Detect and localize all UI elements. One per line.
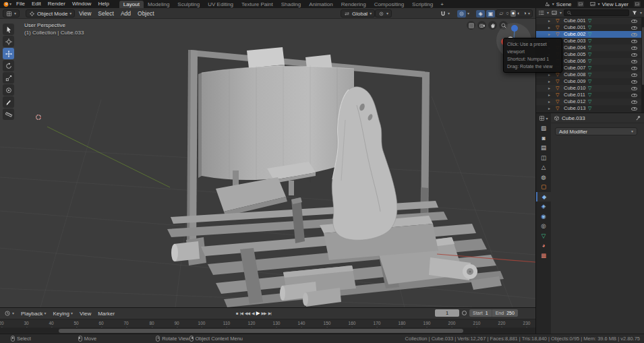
viewport[interactable]: User Perspective (1) Collection | Cube.0… [0, 19, 535, 307]
view-layer-selector[interactable]: ▾ View Layer [587, 1, 631, 8]
outliner-row[interactable]: ▸ ▽ Cube.010 ▽ [536, 85, 641, 92]
timeline-editor-icon[interactable]: ▾ [4, 310, 14, 317]
tool-transform[interactable] [3, 84, 14, 96]
transform-orientation-dropdown[interactable]: Global ▾ [341, 9, 375, 18]
properties-tab[interactable]: ◍ [536, 173, 551, 183]
expand-arrow-icon[interactable]: ▸ [548, 105, 550, 112]
new-view-layer-button[interactable] [633, 1, 641, 7]
autokey-button[interactable]: ■ [236, 309, 238, 317]
object-name[interactable]: Cube.004 [564, 44, 586, 51]
object-name[interactable]: Cube.007 [564, 65, 586, 71]
current-frame-field[interactable]: 1 [435, 309, 459, 317]
workspace-tab[interactable]: Animation [305, 1, 337, 8]
workspace-tab[interactable]: UV Editing [204, 1, 237, 8]
properties-tab[interactable]: △ [536, 162, 551, 173]
properties-tab[interactable]: ◉ [536, 212, 551, 222]
workspace-tab[interactable]: Layout [119, 1, 144, 8]
shading-solid[interactable]: ● [510, 10, 516, 17]
outliner-row[interactable]: ▸ ▽ Cube.009 ▽ [536, 78, 641, 85]
workspace-tab[interactable]: Shading [277, 1, 305, 8]
timeline-menu[interactable]: Keying ▾ [50, 311, 76, 317]
expand-arrow-icon[interactable]: ▸ [548, 31, 550, 38]
breadcrumb-object-name[interactable]: Cube.033 [562, 115, 585, 121]
workspace-tab[interactable]: Scripting [408, 1, 437, 8]
expand-arrow-icon[interactable]: ▸ [548, 92, 550, 98]
outliner-scrollbar[interactable] [641, 18, 644, 113]
object-name[interactable]: Cube.011 [564, 92, 585, 98]
toggle-projection-button[interactable] [467, 21, 475, 30]
outliner-row[interactable]: ▸ ▽ Cube.001 ▽ [536, 24, 641, 31]
3d-scene[interactable] [0, 19, 535, 307]
workspace-tab[interactable]: Modeling [144, 1, 173, 8]
topbar-menu[interactable]: Render [45, 1, 69, 7]
end-frame-field[interactable]: End250 [492, 309, 518, 317]
xray-toggle[interactable]: ▱ [498, 10, 504, 17]
properties-editor-icon[interactable]: ▾ [536, 113, 551, 123]
eye-icon[interactable] [631, 26, 637, 30]
tool-annotate[interactable] [3, 96, 14, 108]
workspace-tab[interactable]: Sculpting [173, 1, 204, 8]
properties-tab[interactable]: ▢ [536, 182, 551, 192]
outliner-row[interactable]: ▸ ▽ Cube.013 ▽ [536, 105, 641, 112]
eye-icon[interactable] [631, 107, 637, 111]
keying-set-icon[interactable] [462, 311, 467, 315]
prev-keyframe-button[interactable]: ◀◀ [245, 309, 250, 317]
expand-arrow-icon[interactable]: ▸ [548, 24, 550, 31]
timeline-menu[interactable]: Marker ▾ [94, 311, 118, 317]
gizmo-toggle[interactable]: ◈ [476, 10, 485, 18]
tool-scale[interactable] [3, 72, 14, 84]
scene-selector[interactable]: ▾ Scene [541, 1, 574, 8]
object-name[interactable]: Cube.003 [564, 38, 586, 44]
shading-rendered[interactable]: ◑ [522, 10, 527, 17]
editor-type-button[interactable]: ▾ [3, 9, 20, 18]
camera-view-button[interactable] [477, 21, 486, 30]
properties-tab[interactable]: ◕ [536, 241, 551, 251]
eye-icon[interactable] [631, 46, 637, 50]
viewport-menu[interactable]: Object [134, 8, 158, 19]
shading-wireframe[interactable]: ○ [505, 10, 510, 17]
object-name[interactable]: Cube.006 [564, 58, 586, 65]
proportional-editing-toggle[interactable]: ▾ [457, 9, 469, 18]
add-modifier-button[interactable]: Add Modifier ▾ [555, 127, 637, 135]
next-keyframe-button[interactable]: ▶▶ [261, 309, 266, 317]
tool-rotate[interactable] [3, 60, 14, 71]
tool-select-box[interactable] [3, 24, 14, 35]
properties-tab[interactable]: ▧ [536, 123, 551, 133]
properties-tab[interactable]: ◙ [536, 133, 551, 144]
play-reverse-button[interactable]: ◀ [252, 309, 254, 317]
viewport-menu[interactable]: Select [94, 8, 117, 19]
object-name[interactable]: Cube.010 [564, 85, 586, 92]
viewport-menu[interactable]: Add [117, 8, 134, 19]
tool-cursor[interactable] [3, 36, 14, 47]
topbar-menu[interactable]: File [13, 1, 28, 7]
gizmo-z-axis[interactable] [511, 25, 518, 32]
object-name[interactable]: Cube.013 [564, 105, 586, 112]
blender-logo-icon[interactable]: ▾ [3, 1, 11, 7]
shading-material[interactable]: ◐ [517, 10, 522, 17]
jump-end-button[interactable]: ▶| [268, 309, 271, 317]
filter-icon[interactable] [631, 9, 638, 16]
outliner-search-input[interactable] [564, 9, 629, 16]
properties-tab[interactable]: ◆ [536, 192, 551, 202]
object-name[interactable]: Cube.012 [564, 98, 586, 105]
expand-arrow-icon[interactable]: ▸ [548, 85, 550, 92]
object-name[interactable]: Cube.009 [564, 78, 586, 85]
object-name[interactable]: Cube.008 [564, 71, 586, 78]
eye-icon[interactable] [631, 60, 637, 63]
properties-tab[interactable]: ◫ [536, 153, 551, 163]
properties-tab[interactable]: ▽ [536, 231, 551, 241]
expand-arrow-icon[interactable]: ▸ [548, 98, 550, 105]
tool-move[interactable] [3, 48, 14, 59]
workspace-tab[interactable]: Compositing [370, 1, 408, 8]
properties-tab[interactable]: ◎ [536, 221, 551, 231]
add-workspace-button[interactable]: + [437, 1, 447, 7]
expand-arrow-icon[interactable]: ▸ [548, 78, 550, 85]
eye-icon[interactable] [631, 20, 637, 23]
object-name[interactable]: Cube.005 [564, 51, 586, 58]
snap-magnet-toggle[interactable]: ▾ [440, 9, 450, 18]
eye-icon[interactable] [631, 67, 637, 70]
eye-icon[interactable] [631, 73, 637, 77]
properties-tab[interactable]: ▤ [536, 143, 551, 153]
timeline-menu[interactable]: View ▾ [76, 311, 94, 317]
pivot-point-dropdown[interactable]: ▾ [375, 9, 392, 18]
